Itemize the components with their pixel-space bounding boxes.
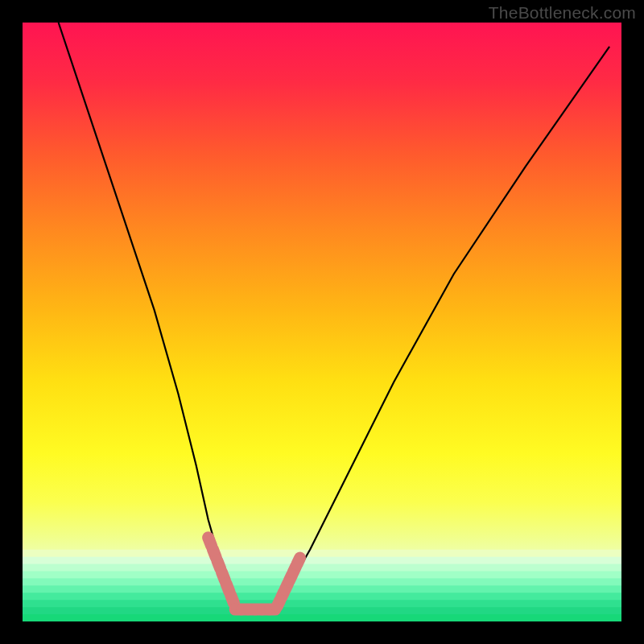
svg-rect-3 [23,572,621,580]
svg-rect-9 [23,614,621,621]
svg-rect-2 [23,564,621,572]
svg-line-15 [231,595,234,603]
svg-rect-6 [23,592,621,601]
plot-area [23,23,621,621]
plot-svg [23,23,621,621]
gradient-background [23,23,621,621]
svg-rect-8 [23,607,621,615]
chart-frame: TheBottleneck.com [0,0,644,644]
svg-line-27 [297,558,300,564]
svg-rect-4 [23,578,621,586]
watermark-text: TheBottleneck.com [489,3,636,23]
svg-rect-5 [23,585,621,593]
svg-rect-7 [23,600,621,608]
svg-rect-1 [23,557,621,565]
svg-rect-0 [23,550,621,558]
bottom-bands [23,550,621,621]
